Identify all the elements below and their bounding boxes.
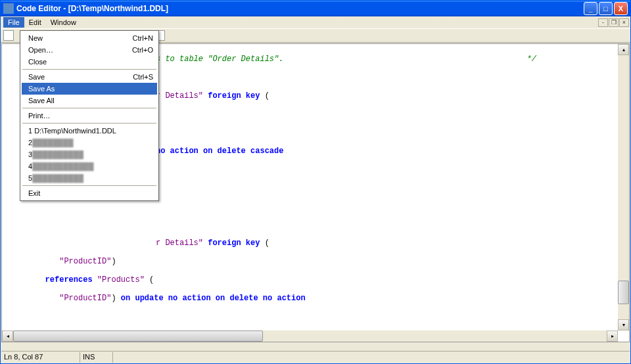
menu-separator — [22, 123, 156, 124]
menu-separator — [22, 108, 156, 108]
horizontal-scrollbar[interactable]: ◂ ▸ — [2, 330, 618, 342]
menu-item-save[interactable]: SaveCtrl+S — [22, 71, 157, 83]
scroll-up-button[interactable]: ▴ — [618, 44, 629, 55]
titlebar[interactable]: Code Editor - [D:\Temp\Northwind1.DDL] _… — [1, 1, 630, 16]
menu-window[interactable]: Window — [46, 17, 81, 28]
mdi-close-button[interactable]: × — [619, 18, 629, 27]
menu-file[interactable]: File — [3, 17, 24, 28]
maximize-button[interactable]: □ — [599, 2, 613, 15]
menu-item-new[interactable]: NewCtrl+N — [22, 32, 157, 44]
close-button[interactable]: X — [614, 2, 628, 15]
status-cursor-position: Ln 8, Col 87 — [1, 352, 80, 363]
scroll-down-button[interactable]: ▾ — [618, 319, 629, 330]
window-controls: _ □ X — [584, 2, 628, 15]
menu-separator — [22, 185, 156, 186]
scroll-left-button[interactable]: ◂ — [2, 330, 13, 342]
menu-separator — [22, 69, 156, 70]
window-title: Code Editor - [D:\Temp\Northwind1.DDL] — [16, 4, 168, 13]
menu-item-close[interactable]: Close — [22, 56, 157, 68]
menubar: File Edit Window - ❐ × — [1, 16, 630, 28]
scroll-thumb[interactable] — [13, 330, 263, 342]
app-icon — [3, 3, 14, 14]
menu-item-print[interactable]: Print… — [22, 110, 157, 122]
menu-item-open[interactable]: Open…Ctrl+O — [22, 44, 157, 56]
menu-item-save-as[interactable]: Save As — [22, 83, 157, 95]
scroll-right-button[interactable]: ▸ — [607, 330, 618, 342]
scroll-thumb[interactable] — [618, 281, 629, 304]
mdi-minimize-button[interactable]: - — [598, 18, 608, 27]
mdi-restore-button[interactable]: ❐ — [609, 18, 619, 27]
menu-item-recent-1[interactable]: 1 D:\Temp\Northwind1.DDL — [22, 125, 157, 137]
menu-edit[interactable]: Edit — [24, 17, 46, 28]
file-menu-dropdown: NewCtrl+N Open…Ctrl+O Close SaveCtrl+S S… — [20, 30, 159, 201]
menu-item-exit[interactable]: Exit — [22, 187, 157, 199]
minimize-button[interactable]: _ — [584, 2, 597, 15]
menu-item-save-all[interactable]: Save All — [22, 95, 157, 106]
menu-item-recent-2[interactable]: 2 ████████ — [22, 137, 157, 148]
mdi-controls: - ❐ × — [598, 18, 629, 27]
menu-item-recent-5[interactable]: 5 ██████████ — [22, 172, 157, 184]
menu-item-recent-3[interactable]: 3 ██████████ — [22, 148, 157, 160]
statusbar: Ln 8, Col 87 INS — [1, 351, 630, 363]
menu-item-recent-4[interactable]: 4 ████████████ — [22, 160, 157, 172]
new-file-icon[interactable] — [3, 30, 14, 41]
vertical-scrollbar[interactable]: ▴ ▾ — [618, 44, 629, 330]
status-insert-mode: INS — [80, 352, 113, 363]
app-window: Code Editor - [D:\Temp\Northwind1.DDL] _… — [0, 0, 631, 364]
